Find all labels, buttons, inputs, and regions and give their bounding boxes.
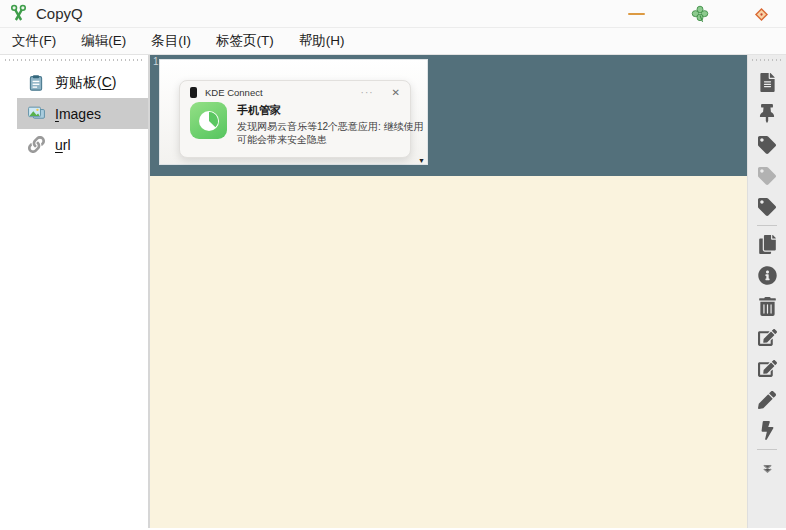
edit-square-icon[interactable] — [754, 325, 780, 351]
item-row-number: 1 — [153, 56, 159, 67]
copyq-scissors-logo-icon — [9, 4, 28, 23]
ellipsis-icon: ··· — [361, 87, 374, 98]
tab-label: url — [55, 137, 71, 153]
diamond-tray-icon[interactable] — [753, 6, 770, 23]
minimize-icon[interactable] — [628, 13, 645, 15]
toolbar-drag-handle[interactable] — [752, 59, 782, 61]
trash-icon[interactable] — [754, 294, 780, 320]
menu-file[interactable]: 文件(F) — [2, 28, 66, 54]
copy-icon[interactable] — [754, 232, 780, 258]
menu-item[interactable]: 条目(I) — [141, 28, 201, 54]
image-item-thumbnail: KDE Connect ··· ✕ — [159, 59, 428, 165]
clipboard-item-row[interactable]: 1 KDE Connect ··· ✕ — [150, 55, 747, 176]
kde-connect-notification-image: KDE Connect ··· ✕ — [179, 80, 411, 158]
pin-icon[interactable] — [754, 101, 780, 127]
pencil-icon[interactable] — [754, 387, 780, 413]
content-area: 剪贴板(C) Images — [0, 55, 786, 528]
menubar: 文件(F) 编辑(E) 条目(I) 标签页(T) 帮助(H) — [0, 28, 786, 55]
clipboard-icon — [26, 73, 46, 93]
copyq-window: CopyQ — [0, 0, 786, 530]
images-icon — [26, 104, 46, 124]
phone-icon — [190, 87, 197, 98]
edit-square-icon[interactable] — [754, 356, 780, 382]
tag-disabled-icon[interactable] — [754, 163, 780, 189]
link-icon — [26, 135, 46, 155]
clover-tray-icon[interactable] — [691, 5, 709, 23]
document-icon[interactable] — [754, 70, 780, 96]
menu-help[interactable]: 帮助(H) — [289, 28, 355, 54]
notification-title: 手机管家 — [237, 103, 424, 118]
window-title: CopyQ — [36, 5, 83, 22]
scroll-more-icon: ▼ — [418, 157, 425, 164]
chevron-double-down-icon[interactable] — [754, 455, 780, 481]
menu-edit[interactable]: 编辑(E) — [71, 28, 136, 54]
notification-line2: 可能会带来安全隐患 — [237, 133, 424, 146]
sidebar-drag-handle[interactable] — [5, 59, 143, 61]
toolbar-separator — [757, 449, 777, 450]
notification-texts: 手机管家 发现网易云音乐等12个恶意应用: 继续使用 可能会带来安全隐患 — [237, 102, 424, 146]
item-toolbar — [747, 55, 786, 528]
tab-label: 剪贴板(C) — [55, 74, 116, 92]
sidebar-tab-clipboard[interactable]: 剪贴板(C) — [17, 67, 148, 98]
tag-icon[interactable] — [754, 194, 780, 220]
notification-header: KDE Connect ··· ✕ — [180, 81, 410, 100]
tab-sidebar: 剪贴板(C) Images — [0, 55, 150, 528]
sidebar-tab-images[interactable]: Images — [17, 98, 148, 129]
tab-label: Images — [55, 106, 101, 122]
close-icon: ✕ — [392, 87, 400, 98]
sidebar-tab-url[interactable]: url — [17, 129, 148, 160]
phone-manager-app-icon — [190, 102, 227, 139]
info-icon[interactable] — [754, 263, 780, 289]
toolbar-separator — [757, 225, 777, 226]
titlebar-controls — [628, 0, 786, 28]
notification-body: 手机管家 发现网易云音乐等12个恶意应用: 继续使用 可能会带来安全隐患 — [180, 100, 410, 148]
item-list: 1 KDE Connect ··· ✕ — [150, 55, 747, 528]
tag-icon[interactable] — [754, 132, 780, 158]
bolt-icon[interactable] — [754, 418, 780, 444]
menu-tabs[interactable]: 标签页(T) — [206, 28, 284, 54]
notification-line1: 发现网易云音乐等12个恶意应用: 继续使用 — [237, 120, 424, 133]
titlebar: CopyQ — [0, 0, 786, 28]
notification-app-name: KDE Connect — [205, 87, 353, 98]
